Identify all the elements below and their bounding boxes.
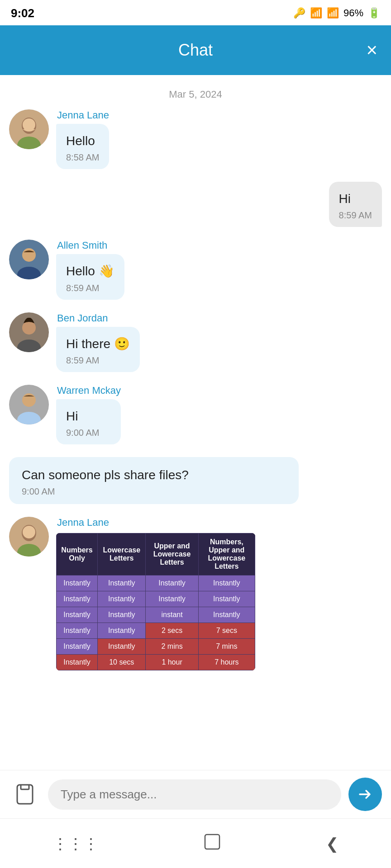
message-time: 8:59 AM: [66, 355, 130, 366]
system-bubble: Can someone pls share files? 9:00 AM: [9, 457, 299, 504]
col-header: Upper and Lowercase Letters: [146, 533, 198, 576]
message-row: Jenna Lane Hello 8:58 AM: [9, 109, 382, 169]
input-bar: [0, 770, 391, 818]
message-row-image: Jenna Lane Numbers Only Lowercase Letter…: [9, 517, 382, 670]
message-time: 9:00 AM: [66, 428, 111, 438]
message-content: Ben Jordan Hi there 🙂 8:59 AM: [56, 312, 140, 372]
avatar: [9, 385, 49, 425]
system-message-row: Can someone pls share files? 9:00 AM: [9, 457, 382, 504]
sender-name: Warren Mckay: [57, 385, 121, 396]
svg-point-5: [22, 248, 36, 262]
message-row: Warren Mckay Hi 9:00 AM: [9, 385, 382, 444]
table-row: Instantly Instantly Instantly Instantly: [57, 591, 255, 607]
status-icons: 🔑 📶 📶 96% 🔋: [293, 7, 380, 19]
message-time: 9:00 AM: [22, 486, 286, 497]
key-icon: 🔑: [293, 7, 305, 19]
svg-point-16: [23, 526, 35, 538]
chat-area: Mar 5, 2024 Jenna Lane Hello 8:58 AM Hi …: [0, 75, 391, 770]
navigation-bar: ⋮⋮⋮ ❮: [0, 818, 391, 868]
status-bar: 9:02 🔑 📶 📶 96% 🔋: [0, 0, 391, 25]
table-row: Instantly Instantly instant Instantly: [57, 607, 255, 623]
svg-point-3: [23, 118, 35, 131]
table-row: Instantly Instantly 2 secs 7 secs: [57, 623, 255, 639]
message-text: Hi: [66, 407, 111, 425]
message-text: Can someone pls share files?: [22, 466, 286, 484]
message-row-outgoing: Hi 8:59 AM: [9, 182, 382, 227]
message-content: Jenna Lane Numbers Only Lowercase Letter…: [56, 517, 255, 670]
col-header: Numbers Only: [57, 533, 98, 576]
message-text: Hi: [339, 190, 372, 208]
message-bubble: Hello 8:58 AM: [56, 124, 109, 169]
nav-recent-apps[interactable]: ⋮⋮⋮: [52, 835, 99, 853]
message-time: 8:58 AM: [66, 152, 99, 163]
battery-text: 96%: [343, 7, 363, 19]
message-time: 8:59 AM: [66, 283, 114, 293]
svg-point-8: [22, 321, 36, 335]
message-content: Jenna Lane Hello 8:58 AM: [56, 109, 109, 169]
message-row: Ben Jordan Hi there 🙂 8:59 AM: [9, 312, 382, 372]
sender-name: Jenna Lane: [57, 517, 255, 528]
status-time: 9:02: [11, 6, 34, 20]
send-button[interactable]: [348, 778, 382, 811]
signal-icon: 📶: [327, 7, 339, 19]
nav-home[interactable]: [203, 833, 221, 854]
data-table: Numbers Only Lowercase Letters Upper and…: [56, 533, 255, 670]
attach-button[interactable]: [9, 778, 41, 810]
sender-name: Allen Smith: [57, 240, 124, 251]
avatar: [9, 240, 49, 279]
message-content: Warren Mckay Hi 9:00 AM: [56, 385, 121, 444]
avatar: [9, 109, 49, 149]
nav-back[interactable]: ❮: [326, 835, 339, 853]
close-button[interactable]: ×: [366, 41, 377, 60]
avatar: [9, 517, 49, 557]
col-header: Numbers, Upper and Lowercase Letters: [198, 533, 255, 576]
message-content: Allen Smith Hello 👋 8:59 AM: [56, 240, 124, 299]
wifi-icon: 📶: [310, 7, 322, 19]
table-row: Instantly 10 secs 1 hour 7 hours: [57, 655, 255, 670]
message-text: Hello 👋: [66, 262, 114, 280]
table-row: Instantly Instantly 2 mins 7 mins: [57, 639, 255, 655]
message-bubble: Hello 👋 8:59 AM: [56, 254, 124, 299]
date-divider: Mar 5, 2024: [9, 89, 382, 100]
message-bubble: Hi 9:00 AM: [56, 399, 121, 444]
battery-icon: 🔋: [368, 7, 380, 19]
message-row: Allen Smith Hello 👋 8:59 AM: [9, 240, 382, 299]
message-bubble-outgoing: Hi 8:59 AM: [329, 182, 382, 227]
sender-name: Jenna Lane: [57, 109, 109, 121]
message-bubble: Hi there 🙂 8:59 AM: [56, 327, 140, 372]
col-header: Lowercase Letters: [98, 533, 146, 576]
shared-image: Numbers Only Lowercase Letters Upper and…: [56, 533, 255, 670]
avatar: [9, 312, 49, 352]
chat-header: Chat ×: [0, 25, 391, 75]
message-time: 8:59 AM: [339, 210, 372, 221]
table-row: Instantly Instantly Instantly Instantly: [57, 576, 255, 591]
sender-name: Ben Jordan: [57, 312, 140, 324]
chat-title: Chat: [178, 41, 213, 60]
message-input[interactable]: [48, 779, 341, 810]
message-text: Hi there 🙂: [66, 335, 130, 353]
svg-rect-17: [205, 835, 219, 849]
message-text: Hello: [66, 132, 99, 150]
